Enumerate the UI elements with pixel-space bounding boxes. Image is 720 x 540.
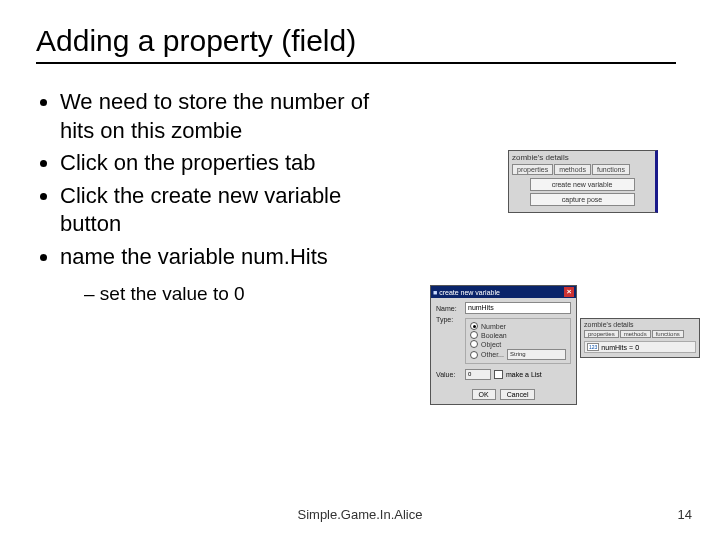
close-icon[interactable]: ×	[564, 287, 574, 297]
bullet-list: We need to store the number of hits on t…	[36, 88, 396, 306]
tab-properties[interactable]: properties	[584, 330, 619, 338]
tab-methods[interactable]: methods	[620, 330, 651, 338]
details-panel: zombie's details properties methods func…	[508, 150, 658, 213]
bullet-item: name the variable num.Hits	[60, 243, 396, 272]
panel-header: zombie's details	[584, 321, 696, 328]
panel-header: zombie's details	[512, 153, 652, 162]
tab-methods[interactable]: methods	[554, 164, 591, 175]
tab-functions[interactable]: functions	[592, 164, 630, 175]
tab-functions[interactable]: functions	[652, 330, 684, 338]
bullet-item: We need to store the number of hits on t…	[60, 88, 396, 145]
equals-sign: =	[629, 344, 633, 351]
value-input[interactable]: 0	[465, 369, 491, 380]
create-new-variable-button[interactable]: create new variable	[530, 178, 635, 191]
property-row[interactable]: 123 numHits = 0	[584, 341, 696, 353]
tab-properties[interactable]: properties	[512, 164, 553, 175]
radio-boolean[interactable]: Boolean	[470, 331, 566, 339]
radio-other[interactable]: Other...String	[470, 349, 566, 360]
property-name: numHits	[601, 344, 627, 351]
dialog-title: ■ create new variable	[433, 289, 500, 296]
radio-object[interactable]: Object	[470, 340, 566, 348]
number-type-icon: 123	[587, 343, 599, 351]
slide-footer: Simple.Game.In.Alice	[0, 507, 720, 522]
make-list-checkbox[interactable]	[494, 370, 503, 379]
other-type-dropdown[interactable]: String	[507, 349, 566, 360]
type-label: Type:	[436, 316, 462, 323]
ok-button[interactable]: OK	[472, 389, 496, 400]
details-panel-result: zombie's details properties methods func…	[580, 318, 700, 358]
make-list-label: make a List	[506, 371, 542, 378]
page-number: 14	[678, 507, 692, 522]
property-value: 0	[635, 344, 639, 351]
value-label: Value:	[436, 371, 462, 378]
name-label: Name:	[436, 305, 462, 312]
radio-number[interactable]: Number	[470, 322, 566, 330]
name-input[interactable]: numHits	[465, 302, 571, 314]
cancel-button[interactable]: Cancel	[500, 389, 536, 400]
create-variable-dialog: ■ create new variable × Name: numHits Ty…	[430, 285, 577, 405]
bullet-item: Click the create new variable button	[60, 182, 396, 239]
sub-bullet-item: set the value to 0	[84, 283, 245, 304]
bullet-item: Click on the properties tab	[60, 149, 396, 178]
capture-pose-button[interactable]: capture pose	[530, 193, 635, 206]
slide-title: Adding a property (field)	[36, 24, 676, 64]
